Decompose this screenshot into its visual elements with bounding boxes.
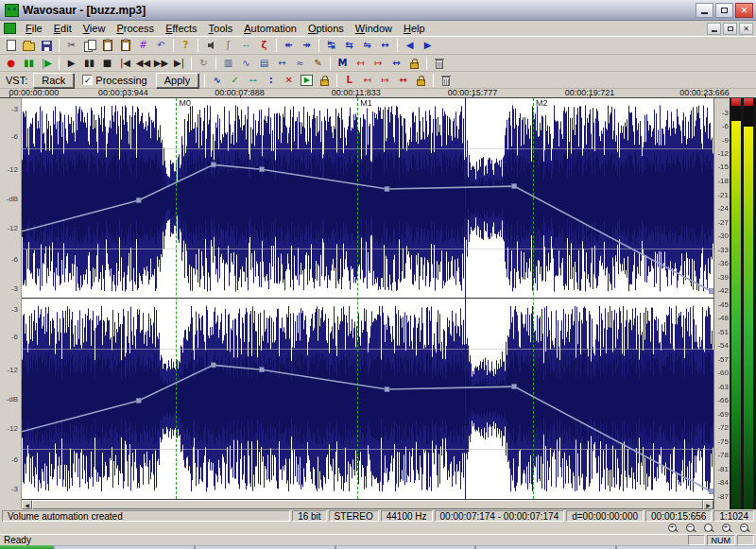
previous-marker-button[interactable]: ↤ [352, 56, 369, 71]
view-previous-button[interactable]: ◀ [401, 38, 419, 53]
menu-automation[interactable]: Automation [238, 22, 302, 35]
delete-markers-button[interactable] [430, 56, 448, 71]
zoom-out-full-button[interactable]: ↞ [280, 38, 298, 53]
next-marker-button[interactable]: ↦ [369, 56, 387, 71]
menu-effects[interactable]: Effects [160, 22, 202, 35]
mix-button[interactable]: ≈ [291, 56, 309, 71]
zoom-selection-button[interactable]: ↠ [298, 38, 316, 53]
zoom-vertical-button[interactable]: ↔ [376, 38, 394, 53]
loop-in-button[interactable]: ↤ [358, 73, 376, 88]
forward-button[interactable]: ▶▶ [152, 56, 170, 71]
scrollbar-thumb[interactable] [32, 500, 703, 509]
horizontal-scrollbar[interactable]: ◀ ▶ [22, 499, 713, 509]
time-label: 00:00:00:000 [9, 88, 60, 97]
delete-envelope-button[interactable]: ✕ [280, 73, 298, 88]
go-to-end-button[interactable]: ▶| [170, 56, 188, 71]
processing-checkbox[interactable]: ✓ [82, 75, 93, 85]
pause-monitor-button[interactable]: ▮▮ [20, 56, 38, 71]
settings-wrench-button[interactable]: ζ [255, 38, 273, 53]
record-button[interactable]: ● [2, 56, 20, 71]
new-file-button[interactable] [2, 38, 20, 53]
menu-view[interactable]: View [77, 22, 112, 35]
open-file-button[interactable] [20, 38, 38, 53]
zoom-out-button[interactable]: − [683, 523, 698, 534]
taskbar-button[interactable] [474, 545, 615, 549]
menu-tools[interactable]: Tools [203, 22, 239, 35]
loop-start-button[interactable]: L [340, 73, 358, 88]
markers-zoom-button[interactable]: ↔ [387, 56, 405, 71]
scroll-right-button[interactable]: ▶ [703, 500, 713, 509]
zoom-vertical-out-button[interactable]: − [737, 523, 752, 534]
minimize-button[interactable] [696, 3, 713, 18]
volume-automation-curve[interactable] [22, 98, 713, 499]
envelope-points-button[interactable]: -- [244, 73, 262, 88]
paste-button[interactable] [98, 38, 116, 53]
lock-envelope-button[interactable] [316, 73, 334, 88]
lock-loop-button[interactable] [412, 73, 430, 88]
duplicate-window-button[interactable]: ▤ [255, 56, 273, 71]
draw-pencil-button[interactable]: ✎ [309, 56, 327, 71]
menu-edit[interactable]: Edit [48, 22, 77, 35]
zoom-in-button[interactable]: + [665, 523, 680, 534]
view-next-button[interactable]: ▶ [419, 38, 437, 53]
scroll-left-button[interactable]: ◀ [22, 500, 32, 509]
close-button[interactable]: ✕ [735, 3, 753, 18]
statistics-button[interactable]: ∿ [237, 56, 255, 71]
rewind-button[interactable]: ◀◀ [134, 56, 152, 71]
lock-markers-button[interactable] [405, 56, 423, 71]
meter-db-label: -84 [717, 478, 729, 487]
taskbar-button[interactable] [615, 545, 756, 549]
paste-insert-button[interactable]: ▥ [219, 56, 237, 71]
zoom-vertical-in-button[interactable]: + [719, 523, 734, 534]
pause-button[interactable]: ▮▮ [80, 56, 98, 71]
meter-db-label: -21 [717, 190, 729, 198]
mdi-minimize-button[interactable] [707, 23, 721, 35]
restore-button[interactable] [715, 3, 733, 18]
loop-out-button[interactable]: ↦ [376, 73, 394, 88]
start-button-fragment[interactable] [0, 545, 53, 549]
menu-window[interactable]: Window [350, 22, 398, 35]
audio-config-button[interactable] [201, 38, 219, 53]
vst-apply-button[interactable]: Apply [156, 73, 199, 88]
copy-button[interactable] [80, 38, 98, 53]
interpolate-button[interactable]: ʃ [219, 38, 237, 53]
taskbar-button[interactable] [335, 545, 475, 549]
cut-button[interactable]: ✂ [62, 38, 80, 53]
trim-button[interactable]: # [134, 38, 152, 53]
dashed-line-button[interactable]: -- [237, 38, 255, 53]
play-from-cursor-button[interactable]: |▶ [38, 56, 56, 71]
menu-help[interactable]: Help [398, 22, 431, 35]
go-to-start-button[interactable]: |◀ [116, 56, 134, 71]
apply-envelope-button[interactable]: ✓ [226, 73, 244, 88]
workspace: -3-6-12-dB-12-6-3-3-6-12-dB-12-6-3 M0M1M… [0, 98, 756, 509]
undo-button[interactable]: ↶ [152, 38, 170, 53]
mdi-restore-button[interactable] [723, 23, 737, 35]
taskbar-button[interactable] [194, 545, 335, 549]
play-envelope-button[interactable]: ▶ [298, 73, 316, 88]
save-file-button[interactable] [38, 38, 56, 53]
timeline-ruler[interactable]: 00:00:00:00000:00:03:94400:00:07:88800:0… [0, 89, 756, 98]
envelope-vertical-button[interactable]: : [262, 73, 280, 88]
meter-db-label: -30 [717, 231, 729, 239]
help-button[interactable]: ? [177, 38, 195, 53]
menu-options[interactable]: Options [302, 22, 350, 35]
menu-process[interactable]: Process [111, 22, 160, 35]
vst-rack-button[interactable]: Rack [33, 73, 74, 88]
stop-button[interactable]: ■ [98, 56, 116, 71]
loop-button[interactable]: ↻ [195, 56, 213, 71]
paste-mix-button[interactable] [116, 38, 134, 53]
mdi-close-button[interactable]: ✕ [739, 23, 753, 35]
zoom-in-horizontal-button[interactable]: ⇆ [340, 38, 358, 53]
zoom-reset-button[interactable] [701, 523, 716, 534]
play-button[interactable]: ▶ [62, 56, 80, 71]
zoom-wave-button[interactable]: ↔ [273, 56, 291, 71]
menu-file[interactable]: File [20, 22, 48, 35]
loop-zoom-button[interactable]: ↔ [394, 73, 412, 88]
zoom-out-horizontal-button[interactable]: ⇋ [358, 38, 376, 53]
taskbar-button[interactable] [53, 545, 194, 549]
zoom-all-button[interactable]: ↹ [322, 38, 340, 53]
insert-marker-button[interactable]: M [334, 56, 352, 71]
delete-loop-button[interactable] [437, 73, 455, 88]
waveform-area[interactable]: M0M1M2 ◀ ▶ [22, 98, 713, 509]
show-envelope-button[interactable]: ∿ [208, 73, 226, 88]
